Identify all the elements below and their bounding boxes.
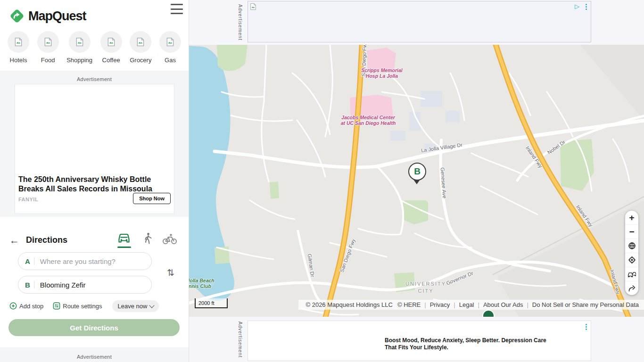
separator: | [454, 301, 455, 308]
category-icon-circle [37, 31, 59, 53]
broken-image-icon [14, 37, 23, 47]
top-ad-label: Advertisement [238, 0, 243, 45]
start-field[interactable]: A [18, 252, 152, 270]
ad-source: FANYIL [18, 197, 38, 202]
legal-link[interactable]: Legal [459, 301, 474, 308]
top-ad-strip: Advertisement ▷ [189, 0, 644, 45]
category-food[interactable]: Food [37, 31, 59, 64]
category-shopping[interactable]: Shopping [66, 31, 92, 64]
field-divider [34, 281, 34, 288]
category-label: Coffee [102, 57, 120, 64]
poi-label-tennis-club: La Jolla Beach Tennis Club [189, 278, 221, 289]
get-directions-button[interactable]: Get Directions [8, 319, 180, 336]
pedestrian-icon [142, 232, 153, 245]
mode-walk-tab[interactable] [142, 232, 153, 247]
category-grocery[interactable]: Grocery [130, 31, 151, 64]
route-settings-icon [53, 302, 60, 310]
back-arrow-icon[interactable]: ← [9, 235, 19, 245]
destination-marker-b[interactable]: B [408, 163, 426, 181]
route-settings-button[interactable]: Route settings [53, 302, 102, 310]
sidebar-ad-card[interactable]: The 250th Anniversary Whisky Bottle Brea… [15, 84, 174, 214]
stop-letter-a: A [25, 257, 30, 265]
category-label: Food [41, 57, 55, 64]
field-divider [34, 257, 34, 265]
separator: | [478, 301, 479, 308]
separator: | [527, 301, 528, 308]
scale-value: 2000 ft [198, 300, 215, 306]
map-canvas[interactable]: San Diego Fwy San Diego Fwy Inland Fwy I… [189, 45, 644, 317]
traffic-button[interactable] [625, 267, 638, 281]
category-gas[interactable]: Gas [159, 31, 181, 64]
ad-options-kebab-icon[interactable] [586, 4, 587, 10]
broken-image-icon [165, 37, 175, 47]
category-icon-circle [100, 31, 122, 53]
mapquest-logo-icon [8, 8, 25, 25]
share-button[interactable] [625, 281, 638, 295]
bottom-ad-banner[interactable]: Boost Mood, Reduce Anxiety, Sleep Better… [248, 321, 591, 361]
mode-drive-tab[interactable] [117, 232, 131, 247]
advertisement-text: Advertisement [238, 321, 243, 358]
category-hotels[interactable]: Hotels [8, 31, 29, 64]
destination-input[interactable] [39, 280, 145, 289]
leave-now-label: Leave now [117, 303, 147, 310]
minus-icon: − [629, 227, 634, 237]
poi-label-scripps: Scripps Memorial Hosp La Jolla [356, 67, 408, 79]
map-scale: 2000 ft [195, 298, 228, 308]
mode-selected-underline [117, 247, 131, 248]
car-icon [117, 232, 131, 245]
broken-image-icon [249, 3, 257, 10]
shop-now-button[interactable]: Shop Now [133, 193, 171, 204]
category-icon-circle [130, 31, 151, 53]
category-label: Grocery [130, 57, 151, 64]
advertisement-text: Advertisement [238, 4, 243, 41]
hamburger-menu-icon[interactable] [171, 4, 183, 14]
advertisement-caption: Advertisement [0, 76, 189, 82]
mapquest-app: San Diego Fwy San Diego Fwy Inland Fwy I… [0, 0, 644, 362]
category-icon-circle [69, 31, 91, 53]
traffic-cars-icon [627, 271, 636, 278]
start-input[interactable] [39, 257, 145, 266]
category-label: Gas [165, 57, 176, 64]
swap-stops-icon[interactable]: ⇅ [167, 267, 174, 278]
area-label-university-city: UNIVERSITY CITY [403, 280, 448, 295]
here-copyright: © HERE [397, 301, 421, 308]
zoom-out-button[interactable]: − [625, 225, 638, 239]
broken-image-icon [75, 37, 84, 47]
route-settings-label: Route settings [63, 303, 102, 310]
mapquest-logo[interactable]: MapQuest [8, 7, 180, 25]
sidebar-bottom-ad-section: Advertisement [0, 347, 189, 362]
adchoices-icon[interactable]: ▷ [575, 3, 579, 9]
stop-letter-b: B [25, 281, 30, 289]
bottom-ad-label: Advertisement [238, 317, 243, 362]
bicycle-icon [162, 233, 177, 245]
category-icon-circle [159, 31, 181, 53]
top-ad-banner[interactable]: ▷ [248, 1, 591, 42]
add-stop-icon [9, 302, 17, 310]
add-stop-button[interactable]: Add stop [9, 302, 43, 310]
mode-bike-tab[interactable] [162, 233, 177, 247]
bottom-ad-text: Boost Mood, Reduce Anxiety, Sleep Better… [385, 337, 559, 351]
bottom-ad-strip: Advertisement Boost Mood, Reduce Anxiety… [189, 317, 644, 362]
category-coffee[interactable]: Coffee [100, 31, 122, 64]
zoom-in-button[interactable]: + [625, 211, 638, 225]
advertisement-caption: Advertisement [0, 354, 189, 360]
do-not-sell-link[interactable]: Do Not Sell or Share my Personal Data [532, 301, 639, 308]
chevron-down-icon [149, 303, 155, 308]
copyright-text: © 2026 Mapquest Holdings LLC [305, 301, 392, 308]
logo-wordmark: MapQuest [28, 9, 86, 24]
broken-image-icon [43, 37, 53, 47]
category-label: Hotels [10, 57, 27, 64]
category-icon-circle [8, 31, 29, 53]
ad-options-kebab-icon[interactable] [586, 324, 587, 330]
map-layers-button[interactable] [625, 239, 638, 253]
destination-field[interactable]: B [18, 276, 152, 294]
category-label: Shopping [66, 57, 92, 64]
leave-now-dropdown[interactable]: Leave now [112, 300, 159, 312]
share-arrow-icon [628, 285, 636, 292]
about-our-ads-link[interactable]: About Our Ads [483, 301, 523, 308]
broken-image-icon [107, 37, 116, 47]
sidebar-ad-section: Advertisement The 250th Anniversary Whis… [0, 71, 189, 217]
privacy-link[interactable]: Privacy [430, 301, 450, 308]
separator: | [424, 301, 426, 308]
locate-me-button[interactable] [625, 253, 638, 267]
